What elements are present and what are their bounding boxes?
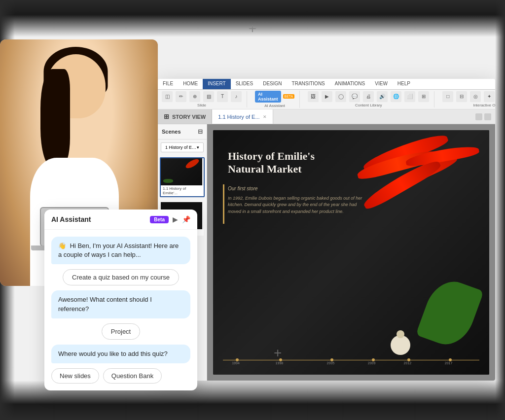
- slide-tab[interactable]: 1.1 History of E... ✕: [212, 109, 273, 124]
- story-bar: ⊞ STORY VIEW 1.1 History of E... ✕: [158, 109, 495, 124]
- button-icon[interactable]: □: [442, 91, 453, 102]
- ai-greeting-text: Hi Ben, I'm your AI Assistant! Here are …: [58, 242, 179, 258]
- ribbon-tab-view[interactable]: VIEW: [370, 79, 393, 89]
- ribbon-tab-slides[interactable]: SLIDES: [231, 79, 258, 89]
- timeline-label-2017: 2017: [445, 361, 453, 365]
- story-view-label: STORY VIEW: [172, 114, 206, 120]
- timeline-dot-1994: 1994: [236, 358, 239, 361]
- ribbon: FILE HOME INSERT SLIDES DESIGN TRANSITIO…: [158, 79, 495, 109]
- wave-emoji: 👋: [58, 242, 66, 249]
- new-slides-button[interactable]: New slides: [51, 368, 99, 384]
- slide-body: In 1992, Emilie Dubois began selling org…: [228, 195, 366, 215]
- expand-icon[interactable]: ▶: [173, 215, 178, 223]
- timeline-label-2009: 2009: [368, 361, 376, 365]
- window-control-2[interactable]: [484, 113, 491, 120]
- question-bank-button[interactable]: Question Bank: [103, 368, 162, 384]
- scenes-label: Scenes: [162, 129, 181, 135]
- zoom-icon[interactable]: ⊕: [189, 91, 200, 102]
- table-icon[interactable]: ⊞: [418, 91, 429, 102]
- slide-title: History of Emilie'sNatural Market: [228, 150, 366, 176]
- slide-text-block: History of Emilie'sNatural Market Our fi…: [228, 150, 366, 215]
- audio-icon[interactable]: 🔊: [377, 91, 388, 102]
- caption-icon[interactable]: 💬: [349, 91, 360, 102]
- scene-thumb-1-label: 1.1 History of Emilie'...: [161, 185, 204, 196]
- ribbon-tabs: FILE HOME INSERT SLIDES DESIGN TRANSITIO…: [158, 79, 495, 90]
- scenes-dropdown[interactable]: 1 History of Emil... ▾: [161, 142, 204, 152]
- content-reference-bubble: Awesome! What content should I reference…: [51, 290, 190, 318]
- ai-assistant-panel: AI Assistant Beta ▶ 📌 👋 Hi Ben, I'm your…: [44, 210, 197, 390]
- print-icon[interactable]: 🖨: [363, 91, 374, 102]
- ribbon-tab-transitions[interactable]: TRANSITIONS: [287, 79, 330, 89]
- ribbon-tab-animations[interactable]: ANIMATIONS: [330, 79, 370, 89]
- pin-icon[interactable]: 📌: [182, 215, 190, 223]
- plus-bottom-icon: +: [274, 345, 282, 361]
- ribbon-tab-file[interactable]: FILE: [158, 79, 178, 89]
- media-icon[interactable]: ▶: [322, 91, 332, 102]
- mini-chili-thumb: [184, 158, 200, 170]
- location-bubble: Where would you like to add this quiz?: [51, 345, 190, 363]
- ribbon-group-objects: □ ⊟ ◎ ✦ ▭ 📍 ⊛ Interactive Objects: [442, 91, 495, 107]
- accent-line: [223, 184, 224, 224]
- slide-subtitle: Our first store: [228, 186, 366, 191]
- ribbon-tab-insert[interactable]: INSERT: [203, 79, 231, 89]
- ribbon-tab-home[interactable]: HOME: [178, 79, 203, 89]
- timeline-label-1998: 1998: [276, 361, 284, 365]
- slide-content: History of Emilie'sNatural Market Our fi…: [213, 130, 489, 375]
- ribbon-group-ai: AI Assistant BETA AI Assistant: [255, 91, 300, 108]
- chevron-down-icon: ▾: [197, 145, 199, 150]
- timeline-label-2005: 2005: [327, 361, 335, 365]
- ribbon-tab-help[interactable]: HELP: [393, 79, 415, 89]
- hotspot-icon[interactable]: ✦: [484, 91, 495, 102]
- layer-icon[interactable]: ◫: [162, 91, 173, 102]
- ribbon-content: ◫ ✏ ⊕ ▧ T ♪ Slide AI Assistant BETA AI A…: [158, 90, 495, 109]
- destination-buttons-row: New slides Question Bank: [51, 368, 190, 384]
- articulate-window: FILE HOME INSERT SLIDES DESIGN TRANSITIO…: [158, 79, 495, 381]
- insert-audio-icon[interactable]: ♪: [231, 91, 242, 102]
- ai-panel-body: 👋 Hi Ben, I'm your AI Assistant! Here ar…: [44, 230, 197, 390]
- timeline-dot-2005: 2005: [330, 358, 333, 361]
- story-view-tab[interactable]: ⊞ STORY VIEW: [158, 109, 212, 124]
- main-area: Scenes ⊟ 1 History of Emil... ▾ 1.1 Hist…: [158, 124, 495, 381]
- window-control-1[interactable]: [475, 113, 482, 120]
- scenes-minimize-icon[interactable]: ⊟: [198, 128, 203, 135]
- timeline-dot-2017: 2017: [449, 358, 452, 361]
- scenes-header: Scenes ⊟: [158, 124, 207, 140]
- scene-thumb-1[interactable]: 1.1 History of Emilie'...: [160, 157, 205, 197]
- beta-badge: Beta: [150, 216, 169, 223]
- slide-area: History of Emilie'sNatural Market Our fi…: [207, 124, 495, 381]
- freeform-icon[interactable]: ✏: [176, 91, 186, 102]
- scene-thumb-1-image: [161, 158, 202, 185]
- region-icon[interactable]: ▧: [203, 91, 214, 102]
- ai-assistant-ribbon-badge[interactable]: AI Assistant: [255, 91, 281, 103]
- web-icon[interactable]: 🌐: [391, 91, 401, 102]
- project-button[interactable]: Project: [102, 323, 140, 340]
- plus-top-icon: +: [249, 21, 256, 36]
- ribbon-tab-design[interactable]: DESIGN: [258, 79, 287, 89]
- ai-assistant-label: AI Assistant: [264, 104, 285, 108]
- shape-icon[interactable]: ◯: [335, 91, 346, 102]
- text-icon[interactable]: T: [217, 91, 228, 102]
- dial-icon[interactable]: ◎: [470, 91, 481, 102]
- monitor-frame-right: [495, 0, 505, 420]
- person-hair-left: [40, 69, 70, 168]
- timeline-label-1994: 1994: [232, 361, 240, 365]
- picture-icon[interactable]: 🖼: [308, 91, 319, 102]
- slide-timeline: 1994 1998 2005 2009 2012: [223, 355, 479, 365]
- timeline-line: 1994 1998 2005 2009 2012: [223, 360, 479, 360]
- timeline-dot-2012: 2012: [407, 358, 410, 361]
- garlic: [391, 335, 410, 355]
- slide-tab-label: 1.1 History of E...: [218, 114, 259, 120]
- ribbon-group-layer: ◫ ✏ ⊕ ▧ T ♪ Slide: [162, 91, 247, 107]
- mini-green-thumb: [163, 179, 173, 183]
- ribbon-group-media: 🖼 ▶ ◯ 💬 🖨 🔊 🌐 ⬜ ⊞ Content Library: [308, 91, 434, 107]
- create-quiz-button[interactable]: Create a quiz based on my course: [63, 269, 179, 285]
- slider-icon[interactable]: ⊟: [456, 91, 467, 102]
- ai-panel-actions: Beta ▶ 📌: [150, 215, 190, 223]
- close-slide-tab-icon[interactable]: ✕: [263, 114, 267, 119]
- ai-panel-title: AI Assistant: [51, 215, 91, 223]
- text-obj-icon[interactable]: ⬜: [404, 91, 415, 102]
- ai-greeting-bubble: 👋 Hi Ben, I'm your AI Assistant! Here ar…: [51, 237, 190, 264]
- ai-panel-header: AI Assistant Beta ▶ 📌: [44, 210, 197, 230]
- scenes-dropdown-label: 1 History of Emil...: [165, 145, 197, 150]
- timeline-label-2012: 2012: [404, 361, 412, 365]
